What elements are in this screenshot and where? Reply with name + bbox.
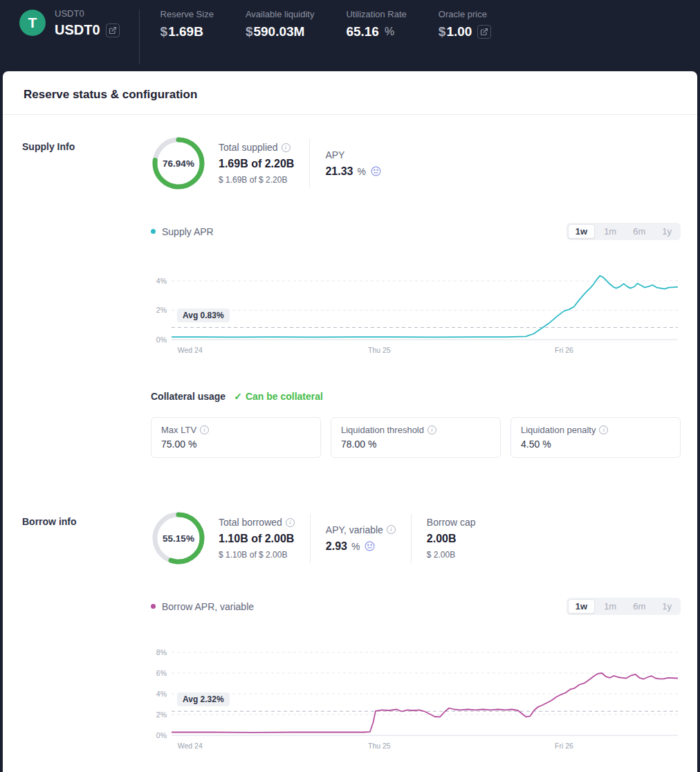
reserve-card: Reserve status & configuration Supply In…: [3, 71, 697, 772]
total-borrowed-block: Total borrowed 1.10B of 2.00B $ 1.10B of…: [216, 517, 297, 560]
total-supplied-label: Total supplied: [219, 142, 278, 153]
timeframe-1y-button[interactable]: 1y: [654, 224, 679, 239]
svg-text:0%: 0%: [156, 731, 167, 739]
currency-prefix: $: [246, 24, 253, 39]
supply-chart-header: Supply APR 1w 1m 6m 1y: [151, 223, 681, 240]
percent-suffix: %: [385, 26, 394, 38]
info-icon[interactable]: [282, 143, 291, 152]
borrow-chart-header: Borrow APR, variable 1w 1m 6m 1y: [151, 598, 681, 615]
svg-text:Fri 26: Fri 26: [555, 346, 573, 354]
legend-dot: [151, 229, 156, 234]
max-ltv-label: Max LTV: [161, 425, 196, 435]
timeframe-1m-button[interactable]: 1m: [596, 224, 624, 239]
token-block: T USDT0 USDT0: [19, 8, 120, 38]
check-icon: ✓: [234, 391, 242, 402]
info-icon[interactable]: [387, 525, 396, 534]
liquidation-penalty-label: Liquidation penalty: [521, 425, 596, 435]
svg-text:6%: 6%: [156, 669, 167, 677]
timeframe-1w-button[interactable]: 1w: [568, 599, 595, 614]
currency-prefix: $: [439, 24, 446, 39]
supply-section-label: Supply Info: [22, 136, 151, 458]
supply-apr-chart: 0%2%4%Wed 24Thu 25Fri 26Avg 0.83%: [151, 258, 681, 358]
avg-badge: Avg 0.83%: [177, 309, 230, 322]
stat-divider: [411, 513, 412, 563]
timeframe-1y-button[interactable]: 1y: [654, 599, 679, 614]
svg-text:8%: 8%: [156, 648, 167, 656]
currency-prefix: $: [160, 24, 168, 39]
oracle-external-link-icon[interactable]: [477, 25, 491, 39]
info-icon[interactable]: [427, 425, 436, 434]
borrow-stats-row: 55.15% Total borrowed 1.10B of 2.00B $ 1…: [151, 511, 681, 566]
page-title: Reserve status & configuration: [3, 71, 697, 115]
timeframe-1m-button[interactable]: 1m: [596, 599, 624, 614]
info-icon[interactable]: [200, 425, 209, 434]
total-borrowed-value: 1.10B of 2.00B: [219, 533, 295, 545]
collateral-status: ✓ Can be collateral: [234, 391, 323, 402]
svg-text:0%: 0%: [156, 336, 167, 344]
apy-variable-label: APY, variable: [326, 524, 383, 535]
supply-stats-row: 76.94% Total supplied 1.69B of 2.20B $ 1…: [151, 136, 681, 191]
stat-label: Available liquidity: [246, 9, 315, 19]
max-ltv-value: 75.00 %: [161, 439, 311, 450]
header-divider: [139, 10, 140, 64]
header-stats: Reserve Size $1.69B Available liquidity …: [160, 8, 492, 39]
avg-badge: Avg 2.32%: [177, 692, 230, 706]
collateral-usage-title: Collateral usage: [151, 391, 225, 402]
info-icon[interactable]: [599, 425, 608, 434]
token-external-link-icon[interactable]: [106, 24, 120, 37]
svg-text:2%: 2%: [156, 306, 167, 314]
timeframe-6m-button[interactable]: 6m: [625, 224, 653, 239]
total-supplied-value: 1.69B of 2.20B: [219, 158, 294, 170]
apy-variable-value: 2.93: [326, 540, 347, 553]
svg-text:4%: 4%: [156, 690, 167, 698]
supply-timeframe-selector: 1w 1m 6m 1y: [567, 223, 681, 240]
stat-value: 1.69B: [168, 24, 203, 39]
stat-utilization-rate: Utilization Rate 65.16 %: [346, 9, 406, 39]
percent-suffix: %: [357, 166, 365, 177]
borrow-progress-ring: 55.15%: [151, 511, 206, 566]
borrow-ring-percent: 55.15%: [151, 511, 206, 566]
liquidation-penalty-box: Liquidation penalty 4.50 %: [510, 417, 681, 458]
info-icon[interactable]: [286, 518, 295, 527]
stat-value: 590.03M: [253, 24, 304, 39]
apy-smiley-icon[interactable]: [370, 165, 382, 177]
total-supplied-usd: $ 1.69B of $ 2.20B: [219, 175, 294, 185]
reserve-header: T USDT0 USDT0 Reserve Size $1.69B: [0, 0, 700, 71]
svg-text:4%: 4%: [156, 277, 167, 285]
liquidation-threshold-value: 78.00 %: [341, 439, 490, 450]
supply-progress-ring: 76.94%: [151, 136, 206, 191]
svg-text:Wed 24: Wed 24: [178, 346, 203, 354]
svg-text:2%: 2%: [156, 710, 167, 719]
total-borrowed-usd: $ 1.10B of $ 2.00B: [219, 550, 295, 560]
supply-section: Supply Info 76.94% Total supplied 1.69B …: [3, 115, 697, 490]
stat-divider: [310, 513, 311, 563]
timeframe-6m-button[interactable]: 6m: [625, 599, 653, 614]
stat-label: Oracle price: [439, 9, 492, 19]
stat-label: Utilization Rate: [346, 9, 406, 19]
total-supplied-block: Total supplied 1.69B of 2.20B $ 1.69B of…: [216, 142, 297, 185]
liquidation-penalty-value: 4.50 %: [521, 439, 670, 450]
stat-value: 65.16: [346, 24, 379, 39]
stat-oracle-price: Oracle price $1.00: [439, 9, 492, 39]
legend-label: Borrow APR, variable: [162, 601, 254, 612]
usdt0-token-icon: T: [19, 10, 46, 36]
timeframe-1w-button[interactable]: 1w: [568, 224, 595, 239]
borrow-apy-block: APY, variable 2.93 %: [323, 524, 398, 553]
liquidation-threshold-label: Liquidation threshold: [341, 425, 424, 435]
borrow-section-label: Borrow info: [22, 511, 151, 753]
liquidation-threshold-box: Liquidation threshold 78.00 %: [331, 417, 501, 458]
stat-available-liquidity: Available liquidity $590.03M: [246, 9, 315, 39]
apy-label: APY: [325, 149, 344, 160]
svg-text:Thu 25: Thu 25: [368, 742, 391, 750]
percent-suffix: %: [351, 541, 360, 552]
apy-smiley-icon[interactable]: [364, 540, 376, 552]
collateral-status-label: Can be collateral: [246, 391, 323, 402]
borrow-cap-block: Borrow cap 2.00B $ 2.00B: [424, 517, 479, 560]
total-borrowed-label: Total borrowed: [219, 517, 282, 528]
token-symbol: USDT0: [55, 22, 100, 38]
supply-apy-block: APY 21.33 %: [322, 149, 385, 178]
apy-value: 21.33: [325, 165, 353, 178]
legend-dot: [151, 604, 156, 609]
stat-label: Reserve Size: [160, 9, 214, 19]
svg-text:Fri 26: Fri 26: [555, 742, 573, 750]
